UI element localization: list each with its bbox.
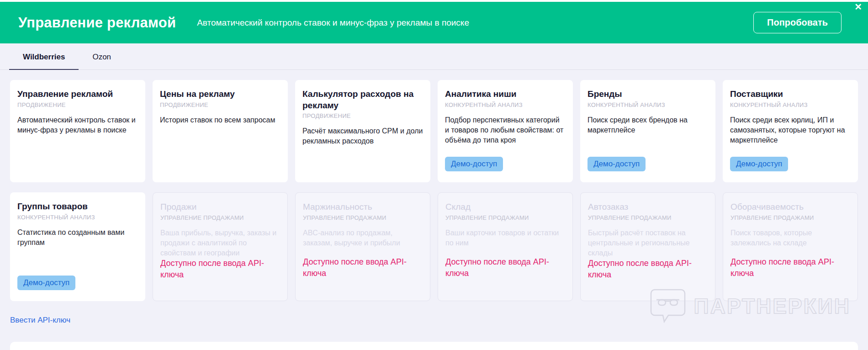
feature-card[interactable]: Цены на рекламуПРОДВИЖЕНИЕИстория ставок… — [153, 80, 288, 182]
marketplace-tabs: Wildberries Ozon — [0, 43, 868, 70]
try-button[interactable]: Попробовать — [753, 12, 842, 33]
card-category: УПРАВЛЕНИЕ ПРОДАЖАМИ — [588, 214, 672, 221]
card-description: Поиск среди всех брендов на маркетплейсе — [587, 115, 708, 135]
card-description: Быстрый расчёт поставок на центральные и… — [588, 228, 708, 258]
card-description: Статистика по созданным вами группам — [17, 228, 138, 248]
card-description: Подбор перспективных категорий и товаров… — [445, 115, 566, 145]
close-icon[interactable]: ✕ — [854, 2, 862, 11]
card-description: Поиск среди всех юрлиц, ИП и самозанятых… — [730, 115, 851, 145]
feature-card[interactable]: Калькулятор расходов на рекламуПРОДВИЖЕН… — [295, 80, 430, 182]
feature-card: ОборачиваемостьУПРАВЛЕНИЕ ПРОДАЖАМИПоиск… — [723, 192, 858, 301]
demo-access-badge[interactable]: Демо-доступ — [445, 157, 503, 171]
feature-card: АвтозаказУПРАВЛЕНИЕ ПРОДАЖАМИБыстрый рас… — [580, 192, 715, 301]
tab-wildberries[interactable]: Wildberries — [9, 44, 79, 70]
card-title: Склад — [445, 202, 471, 213]
card-description: Автоматический контроль ставок и минус-ф… — [17, 115, 138, 135]
card-description: Ваша прибыль, выручка, заказы и продажи … — [160, 228, 280, 258]
locked-note: Доступно после ввода API-ключа — [730, 256, 850, 279]
banner-title: Управление рекламой — [18, 15, 176, 31]
card-title: Группы товаров — [17, 201, 88, 212]
card-description: Ваши карточки товаров и остатки по ним — [445, 228, 565, 248]
feature-card[interactable]: ПоставщикиКОНКУРЕНТНЫЙ АНАЛИЗПоиск среди… — [723, 80, 858, 182]
feature-card[interactable]: Аналитика нишиКОНКУРЕНТНЫЙ АНАЛИЗПодбор … — [438, 80, 573, 182]
card-category: КОНКУРЕНТНЫЙ АНАЛИЗ — [730, 101, 808, 108]
card-title: Калькулятор расходов на рекламу — [302, 89, 423, 111]
card-category: УПРАВЛЕНИЕ ПРОДАЖАМИ — [445, 214, 529, 221]
feature-card[interactable]: БрендыКОНКУРЕНТНЫЙ АНАЛИЗПоиск среди все… — [580, 80, 715, 182]
promo-banner: Управление рекламой Автоматический контр… — [0, 2, 868, 43]
card-category: ПРОДВИЖЕНИЕ — [160, 101, 208, 108]
main-content: Управление рекламойПРОДВИЖЕНИЕАвтоматиче… — [0, 70, 868, 325]
feature-card[interactable]: Группы товаровКОНКУРЕНТНЫЙ АНАЛИЗСтатист… — [10, 192, 145, 301]
enter-api-key-link[interactable]: Ввести API-ключ — [10, 316, 70, 325]
card-description: История ставок по всем запросам — [160, 115, 275, 125]
ad-tools-page: Управление рекламой Автоматический контр… — [0, 0, 868, 350]
card-category: УПРАВЛЕНИЕ ПРОДАЖАМИ — [730, 214, 814, 221]
demo-access-badge[interactable]: Демо-доступ — [17, 276, 75, 290]
card-description: Расчёт максимального CPM и доли рекламны… — [302, 126, 423, 146]
demo-access-badge[interactable]: Демо-доступ — [587, 157, 646, 171]
locked-note: Доступно после ввода API-ключа — [160, 258, 280, 280]
feature-card: МаржинальностьУПРАВЛЕНИЕ ПРОДАЖАМИABC-ан… — [295, 192, 430, 301]
demo-access-badge[interactable]: Демо-доступ — [730, 157, 788, 171]
card-description: Поиск товаров, которые залежались на скл… — [730, 228, 850, 248]
banner-subtitle: Автоматический контроль ставок и минус-ф… — [197, 18, 753, 28]
feature-card: ПродажиУПРАВЛЕНИЕ ПРОДАЖАМИВаша прибыль,… — [153, 192, 288, 301]
card-category: КОНКУРЕНТНЫЙ АНАЛИЗ — [587, 101, 665, 108]
locked-note: Доступно после ввода API-ключа — [445, 256, 565, 279]
card-title: Продажи — [160, 202, 196, 213]
card-title: Бренды — [587, 89, 622, 100]
feature-card: СкладУПРАВЛЕНИЕ ПРОДАЖАМИВаши карточки т… — [438, 192, 573, 301]
card-category: УПРАВЛЕНИЕ ПРОДАЖАМИ — [160, 214, 244, 221]
card-category: ПРОДВИЖЕНИЕ — [17, 101, 66, 108]
card-category: ПРОДВИЖЕНИЕ — [302, 112, 351, 119]
bottom-section-card — [10, 342, 858, 350]
card-description: ABC-анализ по продажам, заказам, выручке… — [303, 228, 423, 248]
feature-cards-grid: Управление рекламойПРОДВИЖЕНИЕАвтоматиче… — [10, 80, 858, 301]
card-title: Оборачиваемость — [730, 202, 804, 213]
locked-note: Доступно после ввода API-ключа — [303, 256, 423, 279]
card-title: Цены на рекламу — [160, 89, 235, 100]
tab-ozon[interactable]: Ozon — [79, 44, 125, 70]
feature-card[interactable]: Управление рекламойПРОДВИЖЕНИЕАвтоматиче… — [10, 80, 145, 182]
card-category: КОНКУРЕНТНЫЙ АНАЛИЗ — [445, 101, 523, 108]
card-category: УПРАВЛЕНИЕ ПРОДАЖАМИ — [303, 214, 386, 221]
card-title: Поставщики — [730, 89, 783, 100]
card-title: Управление рекламой — [17, 89, 113, 100]
locked-note: Доступно после ввода API-ключа — [588, 258, 708, 280]
card-title: Автозаказ — [588, 202, 628, 213]
card-category: КОНКУРЕНТНЫЙ АНАЛИЗ — [17, 214, 95, 221]
card-title: Маржинальность — [303, 202, 372, 213]
card-title: Аналитика ниши — [445, 89, 517, 100]
